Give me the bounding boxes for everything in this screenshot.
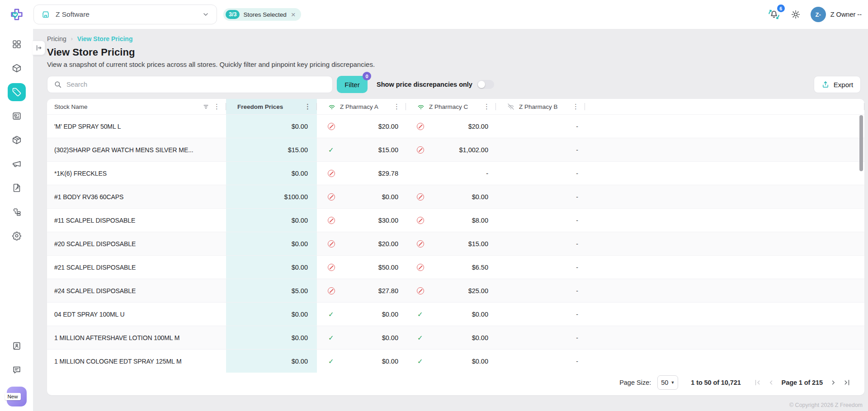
last-page-button[interactable] [841,377,853,388]
pharmacy-b-cell: - [496,185,585,208]
price-status-icon [328,358,335,365]
vertical-scrollbar[interactable] [859,115,863,171]
controls-row: Filter 0 Show price discrepancies only E… [47,76,861,93]
discrepancy-toggle[interactable] [477,80,494,89]
filter-button[interactable]: Filter 0 [337,76,368,93]
page-size-select[interactable]: 50 ▼ [657,375,678,390]
column-header-pharmacy-c[interactable]: Z Pharmacy C ⋮ [406,99,496,114]
pharmacy-a-cell: $20.00 [317,232,406,255]
filler-cell [585,185,864,208]
price-status-icon [417,123,424,130]
freedom-price-cell: $5.00 [226,279,317,302]
table-row[interactable]: (302)SHARP GEAR WATCH MENS SILVER ME... … [47,138,864,161]
filter-count-badge: 0 [363,72,371,80]
sidebar-expand-button[interactable] [33,41,45,55]
table-row[interactable]: #21 SCALPEL DISPOSABLE $0.00 $50.00 $6.5… [47,255,864,279]
table-row[interactable]: 04 EDT SPRAY 100ML U $0.00 $0.00 $0.00 - [47,302,864,326]
table-row[interactable]: #24 SCALPEL DISPOSABLE $5.00 $27.80 $25.… [47,279,864,302]
stock-name-cell: *1K(6) FRECKLES [47,162,226,185]
table-row[interactable]: #11 SCALPEL DISPOSABLE $0.00 $30.00 $8.0… [47,208,864,232]
stock-name-cell: #1 BODY RV36 60CAPS [47,185,226,208]
notifications-button[interactable]: 6 [767,8,781,21]
price-status-icon [328,334,335,341]
store-selector-dropdown[interactable]: Z Software [33,5,217,24]
column-label: Stock Name [54,103,88,110]
filter-lines-icon[interactable] [203,103,209,110]
stock-name-cell: 1 MILLION AFTERSHAVE LOTION 100ML M [47,326,226,349]
filler-cell [585,303,864,326]
column-header-filler [585,99,864,114]
price-value: $27.80 [378,287,398,294]
column-menu-icon[interactable]: ⋮ [482,103,491,111]
sidebar-item-pricing[interactable] [8,83,26,101]
price-value: $0.00 [382,193,398,201]
sidebar-item-contacts[interactable] [8,337,26,355]
price-value: - [486,170,488,177]
sidebar-item-messages[interactable] [8,361,26,379]
freedom-price-cell: $100.00 [226,185,317,208]
column-header-stock-name[interactable]: Stock Name ⋮ [47,99,226,114]
price-value: $6.50 [472,264,488,271]
search-input[interactable] [66,81,326,88]
expand-sidebar-icon [35,44,42,51]
filler-cell [585,162,864,185]
price-status-icon [328,193,335,201]
table-row[interactable]: *1K(6) FRECKLES $0.00 $29.78 - - [47,161,864,185]
cross-heart-logo-icon [9,7,24,22]
table-row[interactable]: 1 MILLION COLOGNE EDT SPRAY 125ML M $0.0… [47,349,864,373]
table-row[interactable]: #1 BODY RV36 60CAPS $100.00 $0.00 $0.00 … [47,185,864,208]
column-header-pharmacy-b[interactable]: Z Pharmacy B ⋮ [496,99,585,114]
table-body: 'M' EDP SPRAY 50ML L $0.00 $20.00 $20.00… [47,114,864,373]
filter-button-label: Filter [344,81,359,89]
pharmacy-c-cell: $25.00 [406,279,496,302]
freedom-price-cell: $0.00 [226,162,317,185]
avatar[interactable]: Z- [811,7,826,22]
price-value: $50.00 [378,264,398,271]
sidebar-item-reports[interactable] [8,107,26,125]
column-header-pharmacy-a[interactable]: Z Pharmacy A ⋮ [317,99,406,114]
sidebar-item-documents[interactable] [8,179,26,197]
theme-toggle-button[interactable] [791,9,801,19]
pharmacy-b-cell: - [496,303,585,326]
column-menu-icon[interactable]: ⋮ [392,103,401,111]
price-value: $0.00 [472,334,488,341]
next-page-button[interactable] [827,377,839,388]
table-row[interactable]: 1 MILLION AFTERSHAVE LOTION 100ML M $0.0… [47,326,864,349]
sidebar-item-promotions[interactable] [8,155,26,173]
first-page-button[interactable] [752,377,764,388]
sidebar-item-integrations[interactable] [8,203,26,221]
pharmacy-c-cell: $6.50 [406,256,496,279]
price-value: $0.00 [382,311,398,318]
table-row[interactable]: #20 SCALPEL DISPOSABLE $0.00 $20.00 $15.… [47,232,864,255]
breadcrumb-pricing[interactable]: Pricing [47,35,66,42]
table-row[interactable]: 'M' EDP SPRAY 50ML L $0.00 $20.00 $20.00… [47,114,864,138]
storefront-icon [41,10,50,19]
column-menu-icon[interactable]: ⋮ [571,103,580,111]
price-value: $1,002.00 [459,146,488,154]
sidebar-item-dashboard[interactable] [8,35,26,53]
whats-new-button[interactable]: New [7,387,27,406]
close-icon[interactable]: × [290,11,297,19]
column-menu-icon[interactable]: ⋮ [212,103,222,111]
export-button-label: Export [834,81,853,89]
price-status-icon [417,264,424,271]
pharmacy-b-cell: - [496,279,585,302]
store-selector-label: Z Software [56,10,197,19]
previous-page-button[interactable] [765,377,777,388]
stock-name-cell: 04 EDT SPRAY 100ML U [47,303,226,326]
notification-count-badge: 6 [777,5,785,12]
megaphone-icon [12,159,22,169]
price-value: $0.00 [472,311,488,318]
sidebar-item-settings[interactable] [8,227,26,245]
column-header-freedom-prices[interactable]: Freedom Prices ⋮ [226,99,317,114]
sidebar-item-products[interactable] [8,59,26,77]
pharmacy-c-cell: $8.00 [406,209,496,232]
hierarchy-icon [12,207,22,217]
search-icon [54,80,62,89]
sidebar-item-inventory[interactable] [8,131,26,149]
price-status-icon [328,287,335,294]
copyright-footer: © Copyright 2026 Z Freedom [33,399,868,411]
stores-selected-chip[interactable]: 3/3 Stores Selected × [223,8,301,21]
column-menu-icon[interactable]: ⋮ [303,103,312,111]
export-button[interactable]: Export [814,76,861,93]
